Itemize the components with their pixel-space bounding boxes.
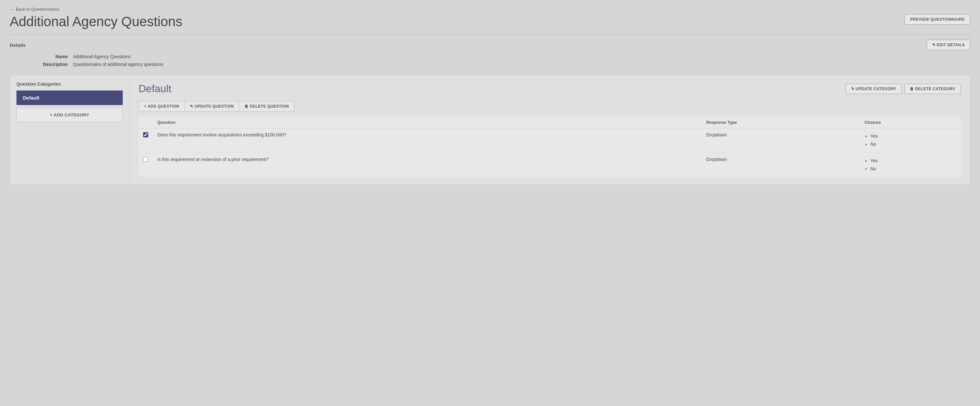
- update-category-button[interactable]: ✎ UPDATE CATEGORY: [846, 84, 902, 94]
- table-header-checkbox: [138, 117, 153, 128]
- row-response-type: Dropdown: [702, 128, 860, 153]
- add-question-button[interactable]: + ADD QUESTION: [139, 101, 185, 111]
- row-checkbox-cell: [138, 128, 153, 153]
- main-content: Default ✎ UPDATE CATEGORY 🗑 DELETE CATEG…: [129, 75, 970, 185]
- update-question-button[interactable]: ✎ UPDATE QUESTION: [185, 101, 239, 111]
- details-title: Details: [10, 42, 25, 48]
- delete-category-button[interactable]: 🗑 DELETE CATEGORY: [904, 84, 961, 94]
- choice-item: No: [870, 165, 956, 173]
- page-title: Additional Agency Questions: [10, 14, 183, 29]
- sidebar-item-default[interactable]: Default: [16, 91, 123, 105]
- description-label: Description: [29, 62, 68, 67]
- delete-question-button[interactable]: 🗑 DELETE QUESTION: [239, 101, 294, 111]
- name-value: Additional Agency Questions: [73, 54, 970, 59]
- choice-item: Yes: [870, 157, 956, 165]
- arrow-left-icon: ←: [10, 7, 14, 12]
- table-row: Does this requirement involve acquisitio…: [138, 128, 961, 153]
- row-response-type: Dropdown: [702, 153, 860, 177]
- sidebar: Question Categories Default + ADD CATEGO…: [10, 75, 129, 185]
- edit-details-button[interactable]: ✎ EDIT DETAILS: [927, 40, 970, 50]
- table-header-choices: Choices: [860, 117, 961, 128]
- questions-toolbar: + ADD QUESTION ✎ UPDATE QUESTION 🗑 DELET…: [138, 101, 294, 112]
- row-checkbox-0[interactable]: [143, 132, 148, 137]
- row-question: Does this requirement involve acquisitio…: [153, 128, 702, 153]
- row-checkbox-cell: [138, 153, 153, 177]
- sidebar-title: Question Categories: [16, 82, 123, 86]
- details-section: Details ✎ EDIT DETAILS Name Additional A…: [10, 40, 970, 67]
- choice-item: No: [870, 140, 956, 149]
- row-question: Is this requirement an extension of a pr…: [153, 153, 702, 177]
- questions-table: Question Response Type Choices Does this…: [138, 117, 961, 177]
- category-actions: ✎ UPDATE CATEGORY 🗑 DELETE CATEGORY: [846, 84, 961, 94]
- add-category-button[interactable]: + ADD CATEGORY: [16, 108, 123, 122]
- choice-item: Yes: [870, 132, 956, 140]
- details-grid: Name Additional Agency Questions Descrip…: [10, 54, 970, 67]
- category-title: Default: [138, 83, 171, 95]
- back-link-label: Back to Questionnaires: [16, 7, 59, 12]
- table-header-row: Question Response Type Choices: [138, 117, 961, 128]
- preview-questionnaire-button[interactable]: PREVIEW QUESTIONNAIRE: [905, 14, 970, 25]
- back-link[interactable]: ← Back to Questionnaires: [10, 7, 59, 12]
- details-header: Details ✎ EDIT DETAILS: [10, 40, 970, 50]
- table-row: Is this requirement an extension of a pr…: [138, 153, 961, 177]
- category-header: Default ✎ UPDATE CATEGORY 🗑 DELETE CATEG…: [138, 83, 961, 95]
- row-choices: YesNo: [860, 128, 961, 153]
- row-choices: YesNo: [860, 153, 961, 177]
- description-value: Questionnaire of additional agency quest…: [73, 62, 970, 67]
- page-header: Additional Agency Questions PREVIEW QUES…: [10, 14, 970, 29]
- header-divider: [10, 34, 970, 35]
- row-checkbox-1[interactable]: [143, 157, 148, 162]
- name-label: Name: [29, 54, 68, 59]
- table-header-question: Question: [153, 117, 702, 128]
- table-header-response-type: Response Type: [702, 117, 860, 128]
- content-area: Question Categories Default + ADD CATEGO…: [10, 75, 970, 185]
